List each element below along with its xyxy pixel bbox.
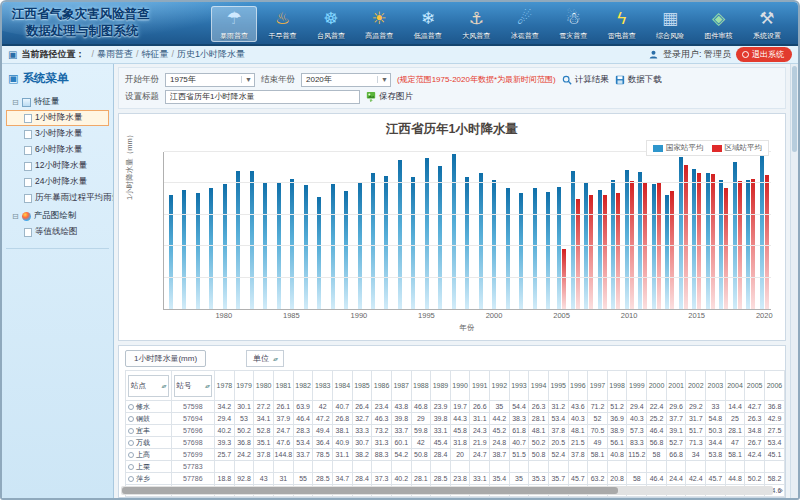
col-header-station-id[interactable]: 站号▴▾ <box>171 371 215 401</box>
nav-item-7[interactable]: ☄冰雹普查 <box>502 6 548 42</box>
calc-result-button[interactable]: 计算结果 <box>562 74 609 86</box>
variable-button[interactable]: 1小时降水量(mm) <box>125 350 206 367</box>
station-id-cell: 57696 <box>171 425 215 437</box>
nav-item-4[interactable]: ☀高温普查 <box>356 6 402 42</box>
value-cell-57783-2006 <box>764 461 784 473</box>
year-slot-1982 <box>245 152 258 309</box>
col-header-year-1993: 1993 <box>509 371 529 401</box>
vertical-scrollbar[interactable] <box>790 64 798 498</box>
page-icon <box>24 162 32 171</box>
national-avg-bar-1989 <box>344 191 348 309</box>
value-cell-57786-1983: 28.5 <box>313 473 333 485</box>
tree-node-2[interactable]: ⊟产品图绘制 <box>6 208 109 224</box>
value-cell-57694-1988: 29 <box>411 413 431 425</box>
save-image-button[interactable]: 保存图片 <box>366 91 413 103</box>
value-cell-57696-2003: 50.3 <box>706 425 726 437</box>
tree-item[interactable]: 3小时降水量 <box>6 126 109 142</box>
nav-item-3[interactable]: ☸台风普查 <box>308 6 354 42</box>
value-cell-57694-1984: 26.8 <box>333 413 353 425</box>
horizontal-scrollbar[interactable] <box>121 486 773 495</box>
value-cell-57598-1980: 27.2 <box>254 401 274 413</box>
station-radio[interactable] <box>128 404 134 410</box>
year-slot-2016 <box>703 152 716 309</box>
value-cell-57694-1994: 28.1 <box>529 413 549 425</box>
start-year-select[interactable]: 1975年 ▼ <box>165 73 255 87</box>
scrollbar-thumb[interactable] <box>792 66 797 152</box>
sort-arrows-icon: ▴▾ <box>205 382 209 389</box>
value-cell-57598-2003: 33 <box>706 401 726 413</box>
station-radio[interactable] <box>128 452 134 458</box>
nav-item-11[interactable]: ◈图件审核 <box>696 6 742 42</box>
tree-item[interactable]: 12小时降水量 <box>6 158 109 174</box>
breadcrumb-link[interactable]: 暴雨普查 <box>97 49 133 59</box>
breadcrumb-link[interactable]: 历史1小时降水量 <box>177 49 245 59</box>
nav-item-10[interactable]: ▦综合风险 <box>647 6 693 42</box>
station-id-cell: 57698 <box>171 437 215 449</box>
year-slot-2004 <box>542 152 555 309</box>
value-cell-57793-1987: 38.1 <box>391 497 411 499</box>
logout-button[interactable]: 退出系统 <box>736 47 792 62</box>
nav-item-8[interactable]: ☃雪灾普查 <box>550 6 596 42</box>
nav-item-5[interactable]: ❄低温普查 <box>405 6 451 42</box>
nav-item-2[interactable]: ♨干旱普查 <box>259 6 305 42</box>
breadcrumb-link[interactable]: 特征量 <box>141 49 168 59</box>
expand-right-icon[interactable]: » <box>779 486 783 495</box>
tree-item[interactable]: 6小时降水量 <box>6 142 109 158</box>
value-cell-57786-1984: 34.7 <box>333 473 353 485</box>
bar-plot <box>163 152 771 310</box>
col-header-year-1978: 1978 <box>215 371 235 401</box>
nav-item-12[interactable]: ⚒系统设置 <box>744 6 790 42</box>
scrollbar-thumb[interactable] <box>122 487 618 494</box>
station-radio[interactable] <box>128 416 134 422</box>
value-cell-57696-1995: 37.8 <box>548 425 568 437</box>
tree-item[interactable]: 1小时降水量 <box>6 110 109 126</box>
value-cell-57786-2003: 45.7 <box>706 473 726 485</box>
value-cell-57698-1993: 40.7 <box>509 437 529 449</box>
tree-item[interactable]: 历年暴雨过程平均雨量 <box>6 190 109 206</box>
value-cell-57786-2004: 44.8 <box>725 473 745 485</box>
national-avg-bar-2010 <box>625 170 629 309</box>
gridline <box>164 277 771 278</box>
chart-title-input[interactable] <box>165 90 360 104</box>
value-cell-57698-2004: 47 <box>725 437 745 449</box>
value-cell-57694-1992: 44.2 <box>490 413 510 425</box>
col-header-year-1985: 1985 <box>352 371 372 401</box>
value-cell-57699-1980: 37.8 <box>254 449 274 461</box>
year-slot-2012 <box>649 152 662 309</box>
value-cell-57783-1979 <box>234 461 254 473</box>
col-header-station[interactable]: 站点▴▾ <box>126 371 172 401</box>
tree-item[interactable]: 24小时降水量 <box>6 174 109 190</box>
national-avg-bar-1994 <box>411 177 415 309</box>
value-cell-57783-1984 <box>333 461 353 473</box>
year-slot-1989 <box>339 152 352 309</box>
station-radio[interactable] <box>128 440 134 446</box>
tree-item[interactable]: 等值线绘图 <box>6 224 109 240</box>
logout-label: 退出系统 <box>752 49 784 60</box>
value-cell-57696-1979: 50.2 <box>234 425 254 437</box>
value-cell-57783-1989 <box>431 461 451 473</box>
value-cell-57696-2001: 39.1 <box>666 425 686 437</box>
expander-icon[interactable]: ⊟ <box>12 98 19 107</box>
nav-item-9[interactable]: ϟ雷电普查 <box>599 6 645 42</box>
value-cell-57696-1985: 33.3 <box>352 425 372 437</box>
year-slot-2009 <box>609 152 622 309</box>
value-cell-57699-1984: 31.1 <box>333 449 353 461</box>
nav-item-1[interactable]: ☂暴雨普查 <box>211 6 257 42</box>
tree-node-1[interactable]: ⊟特征量 <box>6 94 109 110</box>
value-cell-57698-1997: 49 <box>588 437 608 449</box>
col-header-year-1986: 1986 <box>372 371 392 401</box>
station-radio[interactable] <box>128 476 134 482</box>
tree-node-label: 产品图绘制 <box>34 210 77 222</box>
value-cell-57598-1983: 42 <box>313 401 333 413</box>
unit-sort-control[interactable]: 单位 ▴▾ <box>246 350 284 367</box>
nav-item-6[interactable]: ⚓大风普查 <box>453 6 499 42</box>
data-download-button[interactable]: 数据下载 <box>615 74 662 86</box>
station-radio[interactable] <box>128 428 134 434</box>
table-scroll-area[interactable]: 站点▴▾站号▴▾19781979198019811982198319841985… <box>125 370 785 498</box>
expander-icon[interactable]: ⊟ <box>12 212 19 221</box>
station-radio[interactable] <box>128 464 134 470</box>
national-avg-bar-2008 <box>598 190 602 309</box>
end-year-select[interactable]: 2020年 ▼ <box>301 73 391 87</box>
value-cell-57598-1996: 43.6 <box>568 401 588 413</box>
palette-icon <box>22 212 31 221</box>
